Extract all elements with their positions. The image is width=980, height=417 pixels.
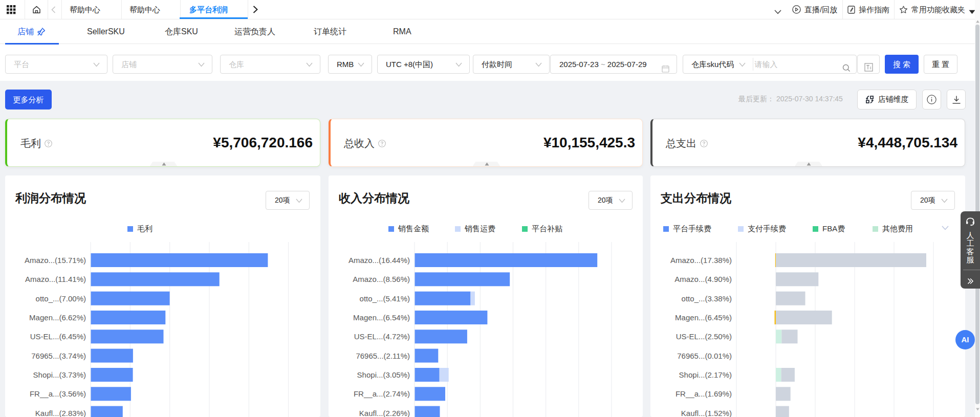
svg-text:Kaufl...(2.83%): Kaufl...(2.83%) (35, 409, 86, 417)
svg-text:otto_...(5.41%): otto_...(5.41%) (360, 294, 410, 303)
svg-text:Amazo...(17.38%): Amazo...(17.38%) (670, 256, 732, 265)
svg-text:76965...(2.11%): 76965...(2.11%) (356, 352, 410, 360)
svg-text:Kaufl...(2.26%): Kaufl...(2.26%) (359, 409, 410, 417)
svg-text:Amazo...(11.41%): Amazo...(11.41%) (25, 275, 86, 283)
svg-text:Amazo...(4.90%): Amazo...(4.90%) (674, 275, 732, 283)
svg-text:76965...(0.01%): 76965...(0.01%) (677, 352, 732, 360)
svg-text:FR__a...(2.74%): FR__a...(2.74%) (354, 389, 410, 398)
svg-text:Magen...(6.54%): Magen...(6.54%) (353, 313, 410, 322)
svg-text:US-EL...(4.72%): US-EL...(4.72%) (354, 332, 410, 341)
svg-text:76965...(3.74%): 76965...(3.74%) (31, 352, 86, 360)
svg-text:Amazo...(15.71%): Amazo...(15.71%) (25, 256, 86, 265)
svg-text:Shopi...(3.05%): Shopi...(3.05%) (357, 370, 410, 379)
svg-text:FR__a...(3.56%): FR__a...(3.56%) (30, 389, 86, 398)
svg-text:Magen...(6.45%): Magen...(6.45%) (675, 313, 732, 322)
svg-text:US-EL...(2.50%): US-EL...(2.50%) (676, 332, 732, 341)
svg-text:Magen...(6.62%): Magen...(6.62%) (29, 313, 86, 322)
svg-text:Shopi...(2.17%): Shopi...(2.17%) (679, 370, 732, 379)
svg-text:Amazo...(16.44%): Amazo...(16.44%) (349, 256, 410, 265)
svg-text:US-EL...(6.45%): US-EL...(6.45%) (30, 332, 86, 341)
svg-text:Shopi...(3.73%): Shopi...(3.73%) (33, 370, 86, 379)
svg-text:Amazo...(8.56%): Amazo...(8.56%) (353, 275, 410, 283)
svg-text:otto_...(3.38%): otto_...(3.38%) (682, 294, 732, 303)
svg-text:otto_...(7.00%): otto_...(7.00%) (36, 294, 86, 303)
svg-text:Kaufl...(1.52%): Kaufl...(1.52%) (681, 409, 732, 417)
svg-text:FR__a...(1.69%): FR__a...(1.69%) (676, 389, 732, 398)
